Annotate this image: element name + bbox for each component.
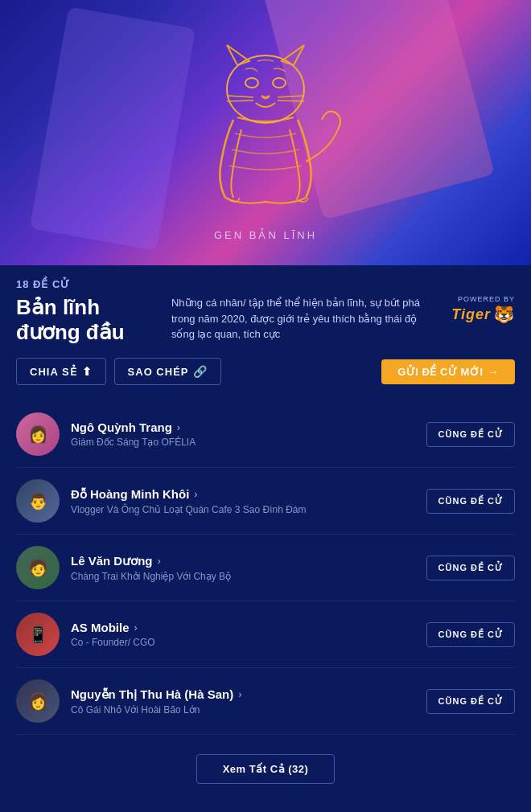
- candidate-name-row: Nguyễn Thị Thu Hà (Hà San) ›: [71, 687, 426, 702]
- action-row: CHIA SẺ ⬆ SAO CHÉP 🔗 GỬI ĐỀ CỬ MỚI →: [16, 358, 515, 385]
- candidate-name: Lê Văn Dương: [71, 554, 153, 568]
- also-nominate-button[interactable]: CŨNG ĐỀ CỬ: [426, 489, 515, 514]
- tiger-illustration: [161, 25, 370, 221]
- copy-label: SAO CHÉP: [128, 366, 189, 378]
- hero-banner: GEN BẢN LĨNH: [0, 0, 531, 265]
- also-nominate-button[interactable]: CŨNG ĐỀ CỬ: [426, 556, 515, 580]
- share-icon: ⬆: [82, 365, 93, 378]
- svg-point-11: [273, 78, 286, 88]
- avatar: 📱: [16, 613, 60, 656]
- also-nominate-label: CŨNG ĐỀ CỬ: [438, 630, 503, 639]
- also-nominate-button[interactable]: CŨNG ĐỀ CỬ: [426, 689, 515, 714]
- arrow-right-icon: →: [488, 366, 500, 378]
- candidate-list: 👩 Ngô Quỳnh Trang › Giám Đốc Sáng Tạo OF…: [16, 401, 515, 735]
- svg-point-10: [245, 78, 258, 88]
- svg-line-7: [278, 96, 304, 97]
- svg-line-6: [227, 100, 253, 101]
- title-section: Bản lĩnhđương đầu: [16, 295, 125, 345]
- tiger-logo: Tiger 🐯: [451, 305, 515, 324]
- candidate-name: AS Mobile: [71, 621, 130, 634]
- candidate-subtitle: Chàng Trai Khởi Nghiệp Với Chạy Bộ: [71, 571, 426, 582]
- copy-button[interactable]: SAO CHÉP 🔗: [114, 358, 222, 385]
- also-nominate-button[interactable]: CŨNG ĐỀ CỬ: [426, 622, 515, 647]
- avatar-image: 👩: [16, 412, 60, 456]
- also-nominate-button[interactable]: CŨNG ĐỀ CỬ: [426, 422, 515, 447]
- content-area: 18 ĐỀ CỬ Bản lĩnhđương đầu Những cá nhân…: [0, 265, 531, 812]
- avatar: 👨: [16, 479, 60, 523]
- svg-marker-2: [282, 45, 304, 65]
- also-nominate-label: CŨNG ĐỀ CỬ: [438, 563, 503, 572]
- hero-subtitle: GEN BẢN LĨNH: [214, 229, 317, 241]
- candidate-info[interactable]: AS Mobile › Co - Founder/ CGO: [71, 621, 426, 648]
- chevron-right-icon: ›: [134, 621, 138, 634]
- left-buttons: CHIA SẺ ⬆ SAO CHÉP 🔗: [16, 358, 221, 385]
- candidate-subtitle: Vlogger Và Ông Chủ Loạt Quán Cafe 3 Sao …: [71, 504, 426, 515]
- candidate-name: Nguyễn Thị Thu Hà (Hà San): [71, 687, 233, 702]
- candidate-item: 👩 Nguyễn Thị Thu Hà (Hà San) › Cô Gái Nh…: [16, 668, 515, 735]
- avatar: 👩: [16, 412, 60, 456]
- share-button[interactable]: CHIA SẺ ⬆: [16, 358, 106, 385]
- chevron-right-icon: ›: [158, 555, 161, 567]
- chevron-right-icon: ›: [238, 688, 241, 700]
- main-title: Bản lĩnhđương đầu: [16, 295, 125, 345]
- nominations-count: 18 ĐỀ CỬ: [16, 278, 515, 290]
- nominate-new-label: GỬI ĐỀ CỬ MỚI: [397, 366, 483, 378]
- candidate-info[interactable]: Lê Văn Dương › Chàng Trai Khởi Nghiệp Vớ…: [71, 554, 426, 582]
- candidate-name-row: Đỗ Hoàng Minh Khôi ›: [71, 487, 426, 502]
- chevron-right-icon: ›: [177, 421, 180, 433]
- description-section: Những cá nhân/ tập thể thể hiện bản lĩnh…: [171, 295, 421, 342]
- copy-icon: 🔗: [193, 365, 208, 378]
- tiger-brand-icon: 🐯: [494, 305, 515, 324]
- avatar-image: 🧑: [16, 546, 60, 589]
- nominate-new-button[interactable]: GỬI ĐỀ CỬ MỚI →: [381, 359, 515, 384]
- candidate-name-row: Ngô Quỳnh Trang ›: [71, 420, 426, 434]
- view-all-button[interactable]: Xem Tất Cả (32): [196, 754, 335, 784]
- view-all-container: Xem Tất Cả (32): [16, 754, 515, 784]
- share-label: CHIA SẺ: [30, 366, 77, 378]
- candidate-item: 🧑 Lê Văn Dương › Chàng Trai Khởi Nghiệp …: [16, 535, 515, 601]
- svg-line-8: [278, 100, 304, 101]
- avatar-image: 👨: [16, 479, 60, 523]
- view-all-label: Xem Tất Cả (32): [223, 763, 309, 775]
- powered-by: POWERED BY Tiger 🐯: [451, 295, 515, 324]
- candidate-name: Ngô Quỳnh Trang: [71, 420, 172, 434]
- candidate-info[interactable]: Nguyễn Thị Thu Hà (Hà San) › Cô Gái Nhỏ …: [71, 687, 426, 716]
- also-nominate-label: CŨNG ĐỀ CỬ: [438, 496, 503, 506]
- svg-marker-1: [227, 45, 249, 65]
- svg-line-5: [227, 96, 253, 97]
- top-row: Bản lĩnhđương đầu Những cá nhân/ tập thể…: [16, 295, 515, 345]
- candidate-name: Đỗ Hoàng Minh Khôi: [71, 487, 189, 502]
- also-nominate-label: CŨNG ĐỀ CỬ: [438, 429, 503, 439]
- candidate-item: 👩 Ngô Quỳnh Trang › Giám Đốc Sáng Tạo OF…: [16, 401, 515, 468]
- candidate-name-row: AS Mobile ›: [71, 621, 426, 634]
- tiger-brand-text: Tiger: [451, 306, 491, 323]
- powered-by-label: POWERED BY: [458, 295, 515, 303]
- candidate-info[interactable]: Ngô Quỳnh Trang › Giám Đốc Sáng Tạo OFÉL…: [71, 420, 426, 448]
- candidate-item: 👨 Đỗ Hoàng Minh Khôi › Vlogger Và Ông Ch…: [16, 468, 515, 535]
- candidate-subtitle: Giám Đốc Sáng Tạo OFÉLIA: [71, 437, 426, 448]
- also-nominate-label: CŨNG ĐỀ CỬ: [438, 696, 503, 706]
- chevron-right-icon: ›: [194, 488, 197, 500]
- avatar-image: 👩: [16, 679, 60, 723]
- avatar: 👩: [16, 679, 60, 723]
- candidate-info[interactable]: Đỗ Hoàng Minh Khôi › Vlogger Và Ông Chủ …: [71, 487, 426, 515]
- description-text: Những cá nhân/ tập thể thể hiện bản lĩnh…: [171, 295, 421, 342]
- candidate-subtitle: Co - Founder/ CGO: [71, 637, 426, 648]
- svg-point-9: [227, 55, 304, 123]
- candidate-name-row: Lê Văn Dương ›: [71, 554, 426, 568]
- candidate-subtitle: Cô Gái Nhỏ Với Hoài Bão Lớn: [71, 704, 426, 716]
- avatar-image: 📱: [16, 613, 60, 656]
- avatar: 🧑: [16, 546, 60, 589]
- candidate-item: 📱 AS Mobile › Co - Founder/ CGO CŨNG ĐỀ …: [16, 601, 515, 668]
